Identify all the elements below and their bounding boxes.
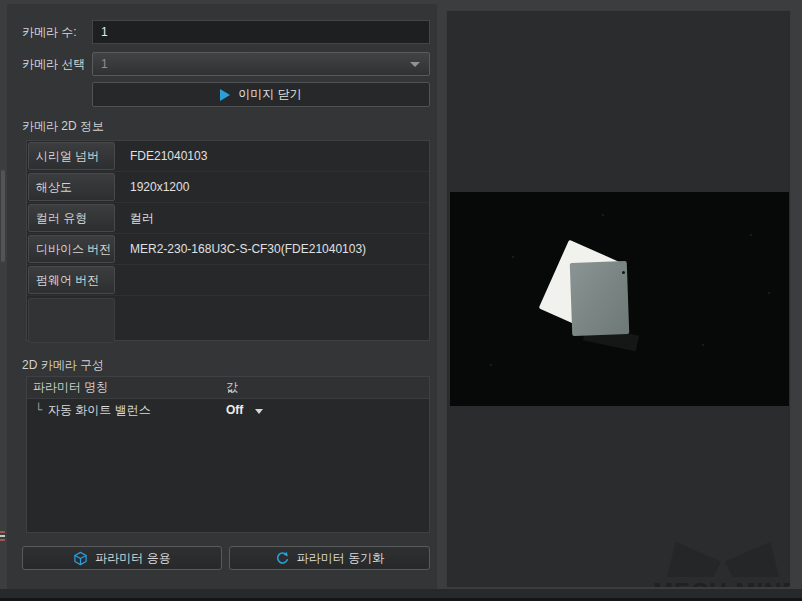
camera-count-input[interactable] [92,20,430,44]
image-noise-dot [750,234,752,236]
info-row-label: 디바이스 버전 [28,235,115,263]
image-noise-dot [768,292,770,294]
window-bottom-edge [0,589,802,601]
table-row: └ 자동 화이트 밸런스 Off [27,399,429,422]
sync-parameters-label: 파라미터 동기화 [297,550,384,567]
image-noise-dot [490,364,492,366]
close-image-button-label: 이미지 닫기 [238,86,301,103]
column-header-name: 파라미터 명칭 [33,377,108,398]
camera-select-value: 1 [101,57,108,71]
column-header-value: 값 [226,377,238,398]
info-row-label: 해상도 [28,173,115,201]
panel-edge-mark [0,531,5,533]
panel-edge-mark [0,535,5,537]
info-row-value: 1920x1200 [116,172,189,202]
camera-2d-config-title: 2D 카메라 구성 [22,357,104,374]
info-row-value: 컬러 [116,203,154,233]
info-row-value: FDE21040103 [116,141,207,171]
camera-2d-config-table: 파라미터 명칭 값 └ 자동 화이트 밸런스 Off [26,376,430,533]
camera-image [450,192,789,406]
apply-parameters-label: 파라미터 응용 [95,550,170,567]
cube-icon [73,551,88,566]
gray-calibration-card [570,261,630,336]
mech-mind-watermark: MECH MIND [653,542,791,588]
tree-branch-icon: └ [35,399,42,422]
mech-mind-logo-icon [667,542,721,577]
image-noise-dot [702,344,704,346]
close-image-button[interactable]: 이미지 닫기 [92,82,430,107]
watermark-text: MECH MIND [653,581,791,588]
apply-parameters-button[interactable]: 파라미터 응용 [22,546,222,570]
camera-count-label: 카메라 수: [22,20,77,44]
table-row: 펌웨어 버전 [27,265,429,296]
left-scrollbar-thumb[interactable] [1,170,5,262]
white-balance-dropdown[interactable]: Off [226,399,243,422]
empty-label-cell [28,298,115,343]
camera-2d-info-title: 카메라 2D 정보 [22,118,104,135]
mech-mind-logo-icon [725,542,779,577]
table-row: 컬러 유형 컬러 [27,203,429,234]
info-row-value: MER2-230-168U3C-S-CF30(FDE21040103) [116,234,366,264]
sync-icon [275,551,290,566]
panel-edge-mark [0,539,5,541]
table-row: 시리얼 넘버 FDE21040103 [27,141,429,172]
camera-select-dropdown[interactable]: 1 [92,52,430,76]
image-speck [622,271,625,274]
info-row-label: 펌웨어 버전 [28,266,115,294]
info-row-label: 컬러 유형 [28,204,115,232]
image-noise-dot [512,256,514,258]
info-row-label: 시리얼 넘버 [28,142,115,170]
table-row: 디바이스 버전 MER2-230-168U3C-S-CF30(FDE210401… [27,234,429,265]
image-viewer-panel[interactable]: MECH MIND [446,10,791,588]
param-label: 자동 화이트 밸런스 [48,399,151,422]
chevron-down-icon [410,62,420,67]
info-row-value [116,265,130,295]
camera-2d-info-table: 시리얼 넘버 FDE21040103 해상도 1920x1200 컬러 유형 컬… [26,140,430,341]
camera-select-label: 카메라 선택 [22,52,85,76]
image-noise-dot [602,214,604,216]
chevron-down-icon[interactable] [255,409,263,414]
play-icon [220,89,230,101]
config-table-header: 파라미터 명칭 값 [27,377,429,399]
sync-parameters-button[interactable]: 파라미터 동기화 [229,546,430,570]
camera-settings-panel: 카메라 수: 카메라 선택 1 이미지 닫기 카메라 2D 정보 시리얼 넘버 … [7,4,437,589]
table-row: 해상도 1920x1200 [27,172,429,203]
